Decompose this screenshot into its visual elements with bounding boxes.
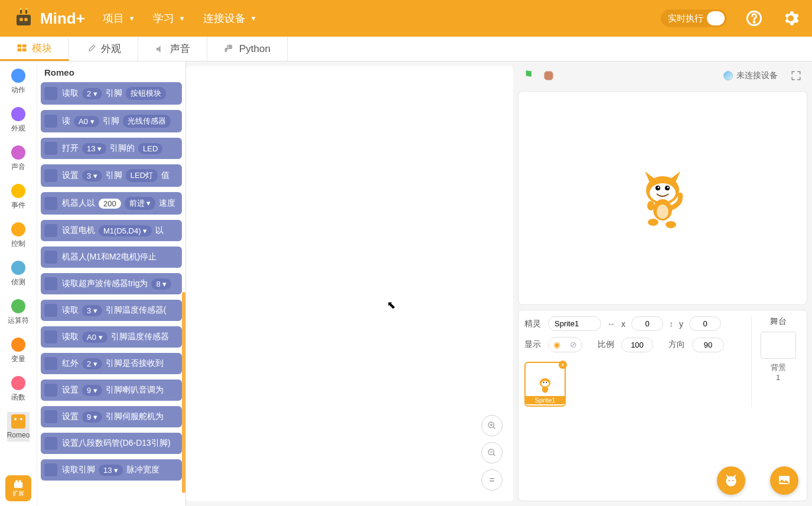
palette-block[interactable]: 设置3 ▾引脚LED灯值 [41,164,182,187]
category-动作[interactable]: 动作 [7,66,30,98]
zoom-in-button[interactable] [481,415,503,436]
category-运算符[interactable]: 运算符 [7,297,30,328]
main-area: 动作外观声音事件控制侦测运算符变量函数Romeo 扩展 Romeo 读取2 ▾引… [0,61,812,506]
palette-scrollbar[interactable] [182,292,185,493]
palette-block[interactable]: 机器人以200前进 ▾速度 [41,192,182,215]
connection-label: 未连接设备 [736,70,778,81]
palette-block[interactable]: 设置八段数码管(D6-D13引脚) [41,433,182,454]
sprite-info-panel: 精灵 ↔ x ↕ y 显示 ◉ ⊘ [518,310,807,501]
tab-blocks-label: 模块 [32,41,52,55]
tab-sounds[interactable]: 声音 [138,37,207,61]
palette-block[interactable]: 设置电机M1(D5,D4) ▾以 [41,220,182,241]
stage-label: 舞台 [755,316,801,327]
extension-label: 扩展 [12,489,24,498]
xy-icon: ↔ [607,319,615,329]
menu-learn[interactable]: 学习▼ [153,11,185,25]
connection-status[interactable]: 未连接设备 [723,70,778,81]
category-dot [11,107,25,121]
extension-icon [12,479,24,489]
palette-block[interactable]: 读取超声波传感器trig为8 ▾ [41,273,182,294]
logo-icon [12,8,35,29]
visibility-toggle: ◉ ⊘ [548,337,582,352]
sprite-card-label: Sprite1 [526,396,565,404]
backdrop-label: 背景 [755,362,801,373]
category-函数[interactable]: 函数 [7,374,30,405]
palette-block[interactable]: 读取3 ▾引脚温度传感器( [41,300,182,321]
settings-icon[interactable] [781,9,800,28]
x-label: x [621,319,625,329]
stage-selector[interactable]: 舞台 背景 1 [751,316,801,407]
palette-block[interactable]: 读取A0 ▾引脚温度传感器 [41,326,182,348]
green-flag-icon[interactable] [524,69,537,82]
tab-costumes[interactable]: 外观 [69,37,138,61]
svg-rect-0 [17,15,31,25]
backdrop-thumbnail [761,332,796,359]
direction-label: 方向 [668,339,686,350]
palette-block[interactable]: 机器人(M1和M2电机)停止 [41,246,182,268]
x-input[interactable] [631,316,663,331]
category-事件[interactable]: 事件 [7,181,30,213]
category-dot [11,145,25,160]
category-控制[interactable]: 控制 [7,220,30,251]
palette-block[interactable]: 打开13 ▾引脚的LED [41,138,182,159]
tab-sounds-label: 声音 [170,42,190,56]
romeo-icon [11,414,25,429]
zoom-reset-button[interactable]: = [481,469,503,491]
palette-block[interactable]: 读A0 ▾引脚光线传感器 [41,110,182,132]
svg-point-1 [19,18,23,21]
category-声音[interactable]: 声音 [7,143,30,174]
help-icon[interactable] [745,9,764,28]
category-Romeo[interactable]: Romeo [7,412,30,442]
workspace[interactable]: = [186,66,513,501]
palette-block[interactable]: 读取引脚13 ▾脉冲宽度 [41,459,182,481]
sound-icon [155,44,165,54]
connection-indicator-icon [723,71,733,80]
palette-block[interactable]: 设置9 ▾引脚伺服舵机为 [41,406,182,427]
add-sprite-button[interactable] [717,466,745,495]
show-button[interactable]: ◉ [549,338,565,352]
category-label: 动作 [11,85,25,95]
category-label: 控制 [11,239,25,249]
menu-connect-label: 连接设备 [203,11,246,25]
svg-rect-12 [22,48,27,51]
sprite-on-stage[interactable] [633,166,692,231]
menu-project-label: 项目 [103,11,124,25]
svg-point-26 [666,221,676,228]
category-外观[interactable]: 外观 [7,105,30,136]
add-backdrop-button[interactable] [770,466,798,495]
stage[interactable] [518,91,807,305]
y-input[interactable] [689,316,721,331]
svg-point-2 [24,18,28,21]
sprite-name-input[interactable] [548,316,601,331]
hide-button[interactable]: ⊘ [565,338,582,352]
category-侦测[interactable]: 侦测 [7,258,30,290]
svg-marker-16 [544,72,553,80]
direction-input[interactable] [692,338,724,352]
palette-block[interactable]: 设置9 ▾引脚喇叭音调为 [41,380,182,401]
category-dot [11,69,25,83]
size-input[interactable] [621,338,653,352]
tab-python[interactable]: Python [207,37,288,61]
menu-connect[interactable]: 连接设备▼ [203,11,257,25]
palette-block[interactable]: 红外2 ▾引脚是否接收到 [41,353,182,374]
sprite-card[interactable]: × Sprite1 [524,362,566,407]
tab-blocks[interactable]: 模块 [0,37,69,61]
show-label: 显示 [524,339,542,350]
extension-button[interactable]: 扩展 [5,475,31,501]
chevron-down-icon: ▼ [250,15,257,22]
sprite-delete-icon[interactable]: × [559,361,567,369]
svg-point-30 [541,381,549,386]
realtime-toggle[interactable]: 实时执行 [661,9,727,27]
zoom-out-button[interactable] [481,442,503,463]
stop-icon[interactable] [543,70,555,82]
category-变量[interactable]: 变量 [7,335,30,366]
category-dot [11,261,25,275]
sprite-list: × Sprite1 [524,358,748,407]
topbar: Mind+ 项目▼ 学习▼ 连接设备▼ 实时执行 [0,0,812,37]
menu-learn-label: 学习 [153,11,174,25]
fullscreen-icon[interactable] [791,70,801,81]
menu-project[interactable]: 项目▼ [103,11,135,25]
category-label: 函数 [11,393,25,403]
palette-block[interactable]: 读取2 ▾引脚按钮模块 [41,82,182,105]
category-label: 变量 [11,354,25,364]
